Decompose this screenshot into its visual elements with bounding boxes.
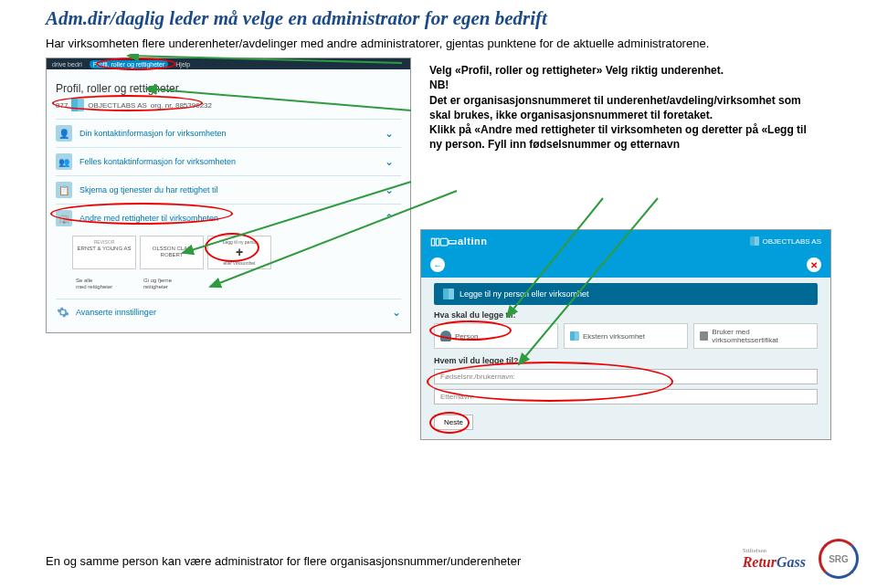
people-icon: 👥 — [56, 153, 72, 170]
app-topbar: drive bedri Profil, roller og rettighete… — [47, 58, 410, 69]
plus-icon: + — [236, 245, 243, 260]
close-button[interactable]: ✕ — [807, 257, 821, 272]
building-icon — [700, 331, 708, 341]
dialog-body: Legge til ny person eller virksomhet Hva… — [421, 283, 830, 439]
ssn-input[interactable]: Fødselsnr./brukernavn: — [434, 369, 818, 384]
type-options: Person Ekstern virksomhet Bruker med vir… — [434, 323, 818, 349]
topbar-item-label: Profil, roller og rettigheter — [93, 61, 165, 68]
topbar-item[interactable]: drive bedri — [52, 61, 82, 68]
footer-logos: Stiftelsen ReturGass SRG — [743, 539, 859, 579]
main-area: drive bedri Profil, roller og rettighete… — [0, 54, 877, 333]
lastname-input[interactable]: Etternavn: — [434, 389, 818, 404]
next-button-label: Neste — [444, 418, 463, 426]
rights-cards: REVISOR ERNST & YOUNG AS OLSSON CLAS ROB… — [56, 232, 401, 275]
list-item-forms[interactable]: 📋 Skjema og tjenester du har rettighet t… — [56, 175, 401, 204]
instruction-line: Velg «Profil, roller og rettigheter» Vel… — [429, 63, 813, 78]
building-icon — [750, 236, 759, 246]
left-body: Profil, roller og rettigheter 877 OBJECT… — [47, 69, 410, 332]
logo-text: altinn — [458, 236, 487, 247]
srg-text: SRG — [829, 554, 849, 564]
chevron-down-icon: ⌄ — [392, 306, 401, 319]
rights-actions: Se alle med rettigheter Gi og fjerne ret… — [56, 275, 401, 299]
building-icon — [443, 289, 454, 299]
option-label: Bruker med virksomhetssertifikat — [712, 328, 811, 344]
logo-part: Retur — [743, 554, 777, 570]
advanced-settings[interactable]: Avanserte innstillinger ⌄ — [56, 299, 401, 325]
instruction-line: Det er organisasjonsnummeret til underen… — [429, 93, 813, 122]
building-icon — [570, 331, 579, 341]
person-icon — [440, 331, 451, 341]
company-name: OBJECTLABS AS — [763, 237, 821, 246]
topbar-item-profile[interactable]: Profil, roller og rettigheter — [90, 60, 169, 68]
instruction-line: NB! — [429, 78, 813, 92]
page-subtitle: Har virksomheten flere underenheter/avde… — [0, 34, 877, 54]
altinn-logo: ▯▯▢▭ altinn — [430, 236, 487, 247]
org-prefix: 877 — [56, 101, 68, 110]
logo-part: Gass — [777, 554, 806, 570]
card-body: ERNST & YOUNG AS — [77, 246, 132, 252]
list-item-contact[interactable]: 👤 Din kontaktinformasjon for virksomhete… — [56, 119, 401, 147]
question-label: Hva skal du legge til: — [434, 310, 818, 320]
card-person[interactable]: OLSSON CLAS ROBERT — [140, 236, 204, 269]
card-label: Gi og fjerne — [143, 278, 200, 284]
left-screenshot: drive bedri Profil, roller og rettighete… — [46, 58, 411, 333]
page-title: Adm.dir/daglig leder må velge en adminis… — [0, 0, 877, 34]
card-add-person[interactable]: Legg til ny perso + eller virksomhet — [207, 236, 271, 269]
returgass-logo: Stiftelsen ReturGass — [743, 547, 806, 571]
option-label: Ekstern virksomhet — [583, 332, 645, 341]
card-label: rettigheter — [143, 284, 200, 290]
chevron-up-icon: ⌃ — [385, 212, 394, 225]
instruction-line: Klikk på «Andre med rettigheter til virk… — [429, 122, 813, 152]
chevron-down-icon: ⌄ — [385, 155, 394, 168]
input-group: Fødselsnr./brukernavn: Etternavn: — [434, 369, 818, 404]
card-label: med rettigheter — [76, 284, 132, 290]
person-icon: 👤 — [56, 125, 72, 142]
next-button[interactable]: Neste — [434, 415, 473, 430]
dialog-toolbar: ← ✕ — [421, 252, 830, 278]
card-auditor[interactable]: REVISOR ERNST & YOUNG AS — [72, 236, 136, 269]
org-name: OBJECTLABS AS — [88, 101, 146, 110]
option-external[interactable]: Ekstern virksomhet — [564, 323, 688, 349]
card-label: Se alle — [76, 278, 132, 284]
option-cert[interactable]: Bruker med virksomhetssertifikat — [693, 323, 818, 349]
card-body: OLSSON CLAS ROBERT — [144, 246, 199, 258]
list-item-label: Din kontaktinformasjon for virksomheten — [79, 129, 227, 138]
clipboard-icon: 📋 — [56, 182, 72, 198]
building-icon: 🏢 — [56, 210, 72, 226]
card-see-all[interactable]: Se alle med rettigheter — [72, 275, 136, 293]
dialog-heading-label: Legge til ny person eller virksomhet — [460, 289, 589, 299]
topbar-item-help[interactable]: Hjelp — [175, 61, 190, 68]
list-item-label: Andre med rettigheter til virksomheten — [79, 214, 218, 223]
highlight-circle — [205, 233, 259, 262]
list-item-shared-contact[interactable]: 👥 Felles kontaktinformasjon for virksomh… — [56, 147, 401, 175]
card-give-remove[interactable]: Gi og fjerne rettigheter — [140, 275, 204, 293]
company-badge: OBJECTLABS AS — [750, 236, 821, 246]
back-button[interactable]: ← — [430, 257, 445, 272]
footer-note: En og samme person kan være administrato… — [46, 554, 521, 568]
org-line: 877 OBJECTLABS AS org. nr. 885396232 — [56, 99, 401, 111]
dialog-topbar: ▯▯▢▭ altinn OBJECTLABS AS — [421, 230, 830, 252]
section-heading: Profil, roller og rettigheter — [56, 82, 401, 95]
srg-logo: SRG — [819, 539, 859, 579]
dialog-heading: Legge til ny person eller virksomhet — [434, 283, 818, 305]
advanced-label: Avanserte innstillinger — [76, 308, 156, 317]
question-label: Hvem vil du legge til? — [434, 356, 818, 365]
chevron-down-icon: ⌄ — [385, 127, 394, 140]
option-person[interactable]: Person — [434, 323, 558, 349]
building-icon — [71, 99, 84, 111]
right-screenshot: ▯▯▢▭ altinn OBJECTLABS AS ← ✕ Legge til … — [420, 229, 831, 440]
logo-overline: Stiftelsen — [743, 547, 806, 554]
list-item-label: Skjema og tjenester du har rettighet til — [79, 185, 218, 194]
card-title: REVISOR — [77, 239, 132, 245]
option-label: Person — [455, 332, 478, 341]
instruction-text: Velg «Profil, roller og rettigheter» Vel… — [429, 63, 813, 152]
list-item-label: Felles kontaktinformasjon for virksomhet… — [79, 157, 236, 166]
list-item-others-rights[interactable]: 🏢 Andre med rettigheter til virksomheten… — [56, 204, 401, 232]
card-title — [144, 239, 199, 245]
gear-icon — [56, 305, 70, 320]
chevron-down-icon: ⌄ — [385, 184, 394, 196]
org-number-label: org. nr. 885396232 — [151, 101, 212, 110]
card-label: eller virksomhet — [223, 260, 255, 266]
